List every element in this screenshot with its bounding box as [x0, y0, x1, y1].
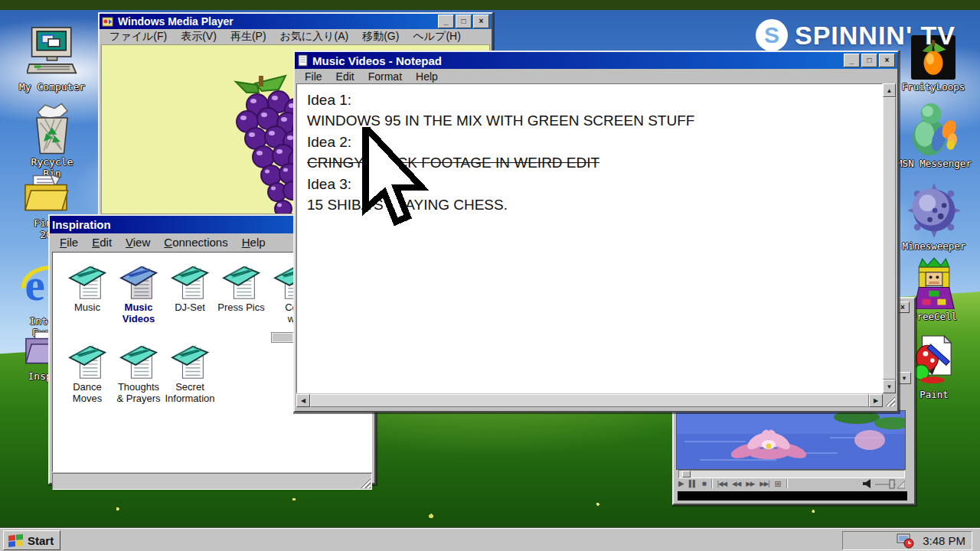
windows-flag-icon [8, 533, 24, 548]
mouse-cursor [360, 127, 430, 234]
scroll-down-button[interactable]: ▼ [897, 372, 911, 384]
maximize-button[interactable]: □ [861, 54, 877, 67]
system-tray[interactable]: 3:48 PM [842, 531, 972, 550]
file-item-dance-moves[interactable]: Dance Moves [62, 343, 113, 422]
notepad-file-icon [222, 263, 260, 302]
msn-messenger-icon [909, 101, 959, 156]
file-label: Music [74, 302, 100, 313]
volume-control[interactable] [862, 478, 905, 489]
menu-edit[interactable]: Edit [85, 234, 119, 250]
desktop-icon-label: FreeCell [911, 311, 957, 322]
play-icon[interactable]: ▶ [678, 480, 684, 487]
scroll-right-button[interactable]: ▶ [869, 394, 883, 407]
water-lily-video [677, 411, 905, 469]
wmp-titlebar[interactable]: Windows Media Player _ □ × [100, 14, 492, 29]
wmp-menu-help[interactable]: ヘルプ(H) [406, 28, 467, 45]
scroll-down-button[interactable]: ▼ [883, 380, 896, 393]
menu-connections[interactable]: Connections [157, 234, 234, 250]
desktop-icon-minesweeper[interactable]: Minesweeper [891, 182, 977, 252]
divider [711, 479, 712, 488]
menu-edit[interactable]: Edit [329, 69, 361, 84]
pause-icon[interactable]: ▌▌ [689, 481, 697, 487]
menu-help[interactable]: Help [409, 69, 445, 84]
menu-help[interactable]: Help [235, 234, 273, 250]
menu-format[interactable]: Format [361, 69, 409, 84]
scroll-left-button[interactable]: ◀ [296, 394, 310, 407]
scrollbar-fragment[interactable] [271, 332, 294, 343]
file-label: Thoughts & Prayers [113, 381, 164, 404]
notepad-file-icon [68, 263, 106, 302]
start-button[interactable]: Start [3, 530, 60, 550]
menu-file[interactable]: File [53, 234, 85, 250]
menu-file[interactable]: File [298, 69, 329, 84]
vertical-scrollbar[interactable]: ▲ ▼ [883, 83, 896, 393]
close-button[interactable]: × [879, 54, 895, 67]
wmp-menu-view[interactable]: 表示(V) [174, 28, 224, 45]
start-label: Start [28, 534, 54, 547]
horizontal-scrollbar[interactable]: ◀ ▶ [296, 394, 883, 407]
rewind-icon[interactable]: ◀◀ [732, 481, 740, 487]
stop-icon[interactable]: ■ [702, 480, 706, 487]
resize-corner[interactable] [883, 394, 896, 407]
notepad-titlebar[interactable]: Music Videos - Notepad _ □ × [295, 52, 897, 69]
svg-text:S: S [764, 22, 779, 47]
file-label: Music Videos [113, 302, 164, 324]
wmp-menu-file[interactable]: ファイル(F) [103, 28, 174, 45]
scroll-thumb[interactable] [310, 394, 869, 407]
file-label: Dance Moves [62, 381, 113, 404]
seek-thumb[interactable] [682, 471, 691, 478]
file-item-music-videos[interactable]: Music Videos [113, 263, 164, 343]
desktop: My Computer Rycycle Bin Fina 20 e Inter … [0, 0, 980, 551]
scroll-thumb[interactable] [883, 97, 896, 380]
video-frame [676, 410, 906, 470]
spinnin-tv-watermark: S SPINNIN' TV [755, 18, 956, 52]
divider [786, 479, 787, 488]
desktop-icon-recycle-bin[interactable]: Rycycle Bin [20, 103, 84, 179]
speaker-icon [863, 479, 871, 488]
status-bar [52, 473, 372, 490]
minesweeper-mine-icon [907, 182, 961, 239]
my-computer-icon [27, 26, 77, 80]
file-item-press-pics[interactable]: Press Pics [216, 263, 266, 343]
notepad-app-icon [297, 54, 309, 67]
notepad-menubar: File Edit Format Help [295, 69, 897, 83]
playlist-grid-icon[interactable]: ⊞ [775, 480, 781, 488]
spinnin-logo-icon: S [755, 18, 789, 52]
paint-icon [910, 332, 958, 387]
scroll-up-button[interactable]: ▲ [883, 83, 896, 97]
desktop-icon-label: Minesweeper [903, 240, 966, 252]
maximize-button[interactable]: □ [456, 15, 472, 28]
player-status-strip [678, 491, 907, 500]
desktop-icon-label: MSN Messenger [897, 158, 972, 169]
resize-grip[interactable] [360, 478, 371, 488]
wmp-app-icon [102, 16, 114, 28]
close-button[interactable]: × [473, 15, 489, 28]
skip-back-icon[interactable]: |◀◀ [717, 481, 727, 487]
desktop-icon-my-computer[interactable]: My Computer [18, 26, 86, 93]
resize-grip[interactable] [884, 396, 895, 406]
scheduled-tasks-tray-icon[interactable] [897, 533, 915, 549]
skip-next-icon[interactable]: ▶▶| [760, 481, 769, 487]
file-item-secret-information[interactable]: Secret Information [165, 343, 215, 422]
menu-view[interactable]: View [119, 234, 157, 250]
wmp-menu-go[interactable]: 移動(G) [355, 28, 406, 45]
wmp-menu-play[interactable]: 再生(P) [224, 28, 273, 45]
file-item-dj-set[interactable]: DJ-Set [165, 263, 215, 343]
spinnin-tv-label: SPINNIN' TV [795, 21, 956, 51]
minimize-button[interactable]: _ [438, 15, 454, 28]
file-label: Secret Information [165, 381, 215, 404]
notepad-file-icon [119, 263, 158, 302]
fast-forward-icon[interactable]: ▶▶ [746, 481, 754, 487]
documents-folder-icon [23, 174, 69, 216]
video-letterbox-band [0, 0, 980, 10]
desktop-icon-msn-messenger[interactable]: MSN Messenger [891, 101, 977, 169]
wmp-menubar: ファイル(F) 表示(V) 再生(P) お気に入り(A) 移動(G) ヘルプ(H… [100, 29, 492, 44]
desktop-icon-label: FruityLoops [902, 81, 965, 93]
wmp-menu-favorites[interactable]: お気に入り(A) [273, 28, 356, 45]
file-item-music[interactable]: Music [62, 263, 113, 343]
file-item-thoughts-prayers[interactable]: Thoughts & Prayers [113, 343, 164, 422]
file-label: DJ-Set [175, 302, 205, 313]
taskbar: Start 3:48 PM [0, 528, 980, 551]
file-label: Press Pics [217, 302, 264, 313]
minimize-button[interactable]: _ [844, 54, 860, 67]
